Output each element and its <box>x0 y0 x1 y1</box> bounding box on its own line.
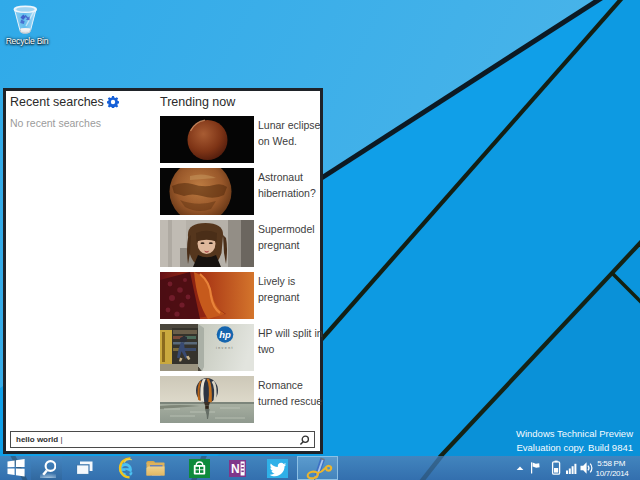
svg-text:invent: invent <box>216 346 234 350</box>
svg-text:N: N <box>231 462 240 476</box>
svg-text:hp: hp <box>219 329 231 340</box>
